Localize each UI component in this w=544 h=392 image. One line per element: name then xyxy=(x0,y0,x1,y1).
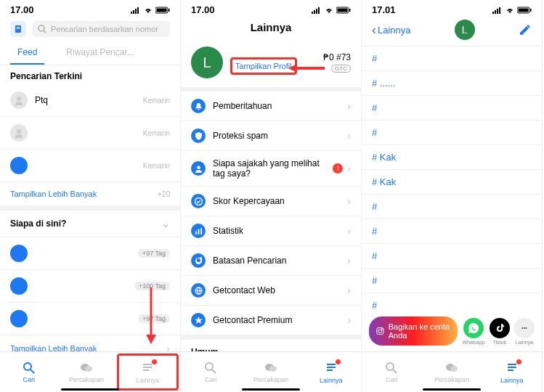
tag-row[interactable]: # ...... xyxy=(362,71,542,96)
svg-point-10 xyxy=(38,25,44,31)
svg-point-55 xyxy=(378,330,382,333)
profile-avatar[interactable]: L xyxy=(191,46,223,78)
share-more-button[interactable]: ••• Lainnya xyxy=(514,318,535,345)
menu-item[interactable]: Statistik › xyxy=(181,216,361,246)
status-time: 17.01 xyxy=(372,4,396,15)
tag-row[interactable]: # xyxy=(362,121,542,145)
tab-more[interactable]: Lainnya xyxy=(117,354,179,391)
tab-search[interactable]: Cari xyxy=(0,352,57,392)
tab-label: Lainnya xyxy=(137,377,160,384)
signal-icon xyxy=(312,7,322,14)
who-here-header[interactable]: Siapa di sini? ⌄ xyxy=(0,211,180,237)
menu-item[interactable]: Siapa sajakah yang melihat tag saya? ! › xyxy=(181,151,361,187)
search-input[interactable]: Pencarian berdasarkan nomor xyxy=(32,21,170,37)
svg-point-12 xyxy=(17,97,21,101)
tag-row[interactable]: # xyxy=(362,96,542,121)
tab-bar: Cari Percakapan Lainnya xyxy=(0,351,180,392)
svg-rect-5 xyxy=(157,8,167,12)
annotation-arrow-icon xyxy=(144,287,158,346)
stat-p: ₱0 xyxy=(323,52,334,62)
tab-more[interactable]: Lainnya xyxy=(301,352,361,392)
tag-row[interactable]: # xyxy=(362,244,542,269)
tag-row[interactable]: # xyxy=(362,195,542,219)
page-title: Lainnya xyxy=(181,17,361,41)
tiktok-icon xyxy=(490,318,510,338)
tab-history[interactable]: Riwayat Pencar... xyxy=(66,41,134,65)
edit-icon[interactable] xyxy=(519,23,532,36)
tag-row[interactable]: # Kak xyxy=(362,170,542,195)
tag-row[interactable]: # xyxy=(362,46,542,71)
share-tiktok-button[interactable]: Tiktok xyxy=(490,318,510,345)
view-profile-button[interactable]: Tampilkan Profil xyxy=(230,57,297,75)
share-strip: Bagikan ke cerita Anda Whatsapp Tiktok •… xyxy=(362,311,542,351)
svg-marker-31 xyxy=(288,64,297,73)
menu-item[interactable]: Getcontact Web › xyxy=(181,276,361,306)
wifi-icon xyxy=(143,7,153,14)
share-label: Tiktok xyxy=(493,340,506,345)
svg-rect-2 xyxy=(135,9,137,14)
menu-item-label: Proteksi spam xyxy=(213,131,268,141)
shield-icon xyxy=(191,128,206,143)
status-icons xyxy=(492,7,532,14)
who-here-item[interactable]: +97 Tag xyxy=(0,237,180,270)
who-here-title: Siapa di sini? xyxy=(10,219,66,229)
menu-item[interactable]: Proteksi spam › xyxy=(181,121,361,151)
recent-item[interactable]: Kemarin xyxy=(0,150,180,182)
status-time: 17.00 xyxy=(191,4,215,15)
wifi-icon xyxy=(324,7,334,14)
tab-bar: Cari Percakapan Lainnya xyxy=(362,351,542,392)
menu-item-label: Pemberitahuan xyxy=(213,101,272,111)
annotation-arrow-icon xyxy=(288,62,325,74)
svg-point-56 xyxy=(381,329,382,330)
view-profile-label: Tampilkan Profil xyxy=(235,62,292,70)
menu-item[interactable]: Getcontact Premium › xyxy=(181,306,361,335)
svg-rect-48 xyxy=(495,10,496,14)
recent-item[interactable]: Ptq Kemarin xyxy=(0,84,180,117)
alert-badge-icon: ! xyxy=(333,163,343,173)
recent-time: Kemarin xyxy=(143,162,170,170)
svg-point-16 xyxy=(24,363,31,370)
notification-dot-icon xyxy=(336,359,341,364)
svg-rect-34 xyxy=(195,231,196,234)
search-icon xyxy=(38,25,46,33)
tab-search[interactable]: Cari xyxy=(181,352,241,392)
tab-chat[interactable]: Percakapan xyxy=(422,352,482,392)
tab-feed[interactable]: Feed xyxy=(10,41,44,65)
search-placeholder: Pencarian berdasarkan nomor xyxy=(51,25,158,33)
bell-icon xyxy=(191,99,206,113)
home-indicator xyxy=(242,388,300,391)
show-more-button[interactable]: Tampilkan Lebih Banyak +20 xyxy=(0,182,180,206)
menu-item[interactable]: Skor Kepercayaan › xyxy=(181,187,361,216)
svg-point-40 xyxy=(206,363,213,370)
chat-icon xyxy=(445,362,458,375)
tag-row[interactable]: # xyxy=(362,269,542,293)
svg-line-58 xyxy=(393,369,397,373)
tag-row-text: # xyxy=(372,53,377,64)
chevron-right-icon: › xyxy=(347,195,351,207)
back-button[interactable]: ‹ Lainnya xyxy=(372,23,411,38)
menu-item[interactable]: Batasan Pencarian › xyxy=(181,246,361,276)
nav-avatar[interactable]: L xyxy=(455,20,475,40)
globe-icon xyxy=(191,283,206,298)
feed-tabs: Feed Riwayat Pencar... xyxy=(0,41,180,65)
recent-time: Kemarin xyxy=(143,129,170,137)
share-instagram-button[interactable]: Bagikan ke cerita Anda xyxy=(369,317,458,346)
tab-chat[interactable]: Percakapan xyxy=(241,352,301,392)
tag-row[interactable]: # Kak xyxy=(362,145,542,170)
tag-row-text: # Kak xyxy=(372,152,396,163)
tag-row[interactable]: # xyxy=(362,219,542,244)
chevron-right-icon: › xyxy=(347,130,351,142)
stat-h: #73 xyxy=(336,52,351,62)
svg-rect-53 xyxy=(530,9,532,12)
recent-item[interactable]: Kemarin xyxy=(0,117,180,150)
share-whatsapp-button[interactable]: Whatsapp xyxy=(462,318,485,345)
menu-item[interactable]: Pemberitahuan › xyxy=(181,91,361,121)
tab-more[interactable]: Lainnya xyxy=(482,352,542,392)
home-indicator xyxy=(61,388,119,391)
svg-rect-3 xyxy=(137,7,139,14)
tag-row-text: # xyxy=(372,226,377,237)
recent-search-title: Pencarian Terkini xyxy=(0,65,180,84)
chat-icon xyxy=(80,362,93,375)
tab-search[interactable]: Cari xyxy=(362,352,422,392)
tab-chat[interactable]: Percakapan xyxy=(57,352,115,392)
